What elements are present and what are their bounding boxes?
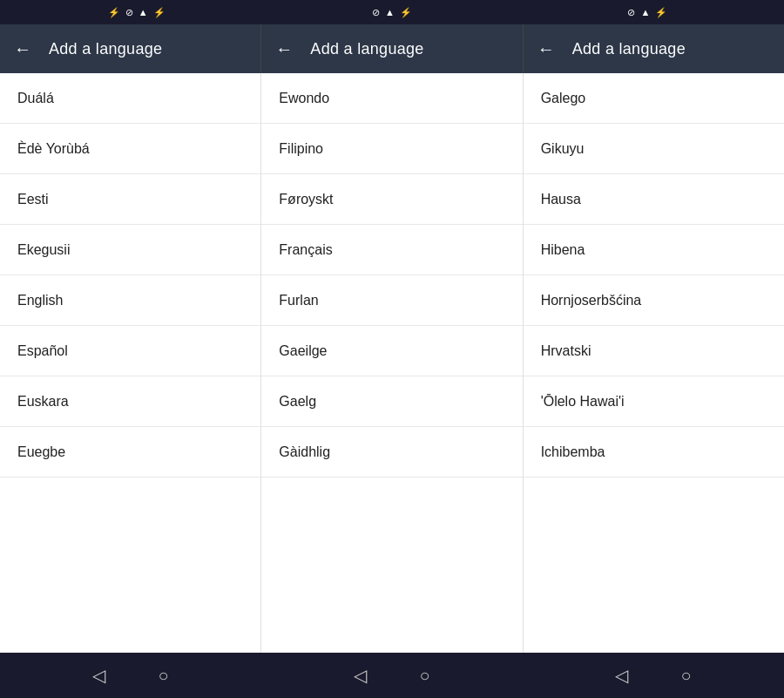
main-content: DuáláÈdè YorùbáEestiEkegusiiEnglishEspañ… [0, 73, 784, 653]
nav-section-3: ◁ ○ [523, 665, 784, 686]
list-item[interactable]: Eesti [0, 174, 260, 225]
app-bar: ← Add a language ← Add a language ← Add … [0, 24, 784, 73]
sim-icon-2: ⊘ [372, 7, 380, 18]
list-item[interactable]: Hornjoserbšćina [524, 275, 784, 326]
list-item-text: Èdè Yorùbá [17, 141, 90, 157]
charge-icon-2: ⚡ [400, 7, 412, 18]
sim-icon-1: ⊘ [125, 7, 133, 18]
list-item-text: Euegbe [17, 444, 65, 460]
list-item[interactable]: Español [0, 326, 260, 376]
status-section-2: ⊘ ▲ ⚡ [264, 7, 519, 18]
nav-section-1: ◁ ○ [0, 665, 261, 686]
nav-bar: ◁ ○ ◁ ○ ◁ ○ [0, 653, 784, 698]
list-item[interactable]: Gikuyu [524, 124, 784, 174]
list-item[interactable]: Èdè Yorùbá [0, 124, 260, 174]
list-item[interactable]: Duálá [0, 73, 260, 124]
list-item[interactable]: Gàidhlig [261, 427, 522, 478]
column-3: GalegoGikuyuHausaHibenaHornjoserbšćinaHr… [524, 73, 784, 653]
list-item-text: Ewondo [279, 91, 329, 106]
wifi-icon-2: ▲ [385, 7, 395, 17]
list-item[interactable]: Ewondo [261, 73, 522, 124]
wifi-icon-1: ▲ [139, 7, 148, 17]
list-item[interactable]: Filipino [261, 124, 522, 174]
list-item[interactable]: Gaeilge [261, 326, 522, 376]
charge-icon-1: ⚡ [153, 7, 166, 18]
back-nav-icon-1[interactable]: ◁ [92, 665, 105, 686]
list-item-text: Filipino [279, 141, 323, 157]
back-button-2[interactable]: ← [275, 39, 293, 59]
list-item-text: Eesti [17, 192, 49, 207]
home-nav-icon-3[interactable]: ○ [680, 666, 691, 686]
nav-section-2: ◁ ○ [261, 665, 523, 686]
list-item-text: Galego [541, 91, 586, 106]
list-item-text: Duálá [17, 91, 54, 106]
list-item[interactable]: Furlan [261, 275, 522, 326]
list-item-text: Gàidhlig [279, 444, 330, 460]
list-item[interactable]: Hibena [524, 225, 784, 275]
list-item[interactable]: Euegbe [0, 427, 260, 478]
list-item-text: English [17, 293, 63, 308]
status-section-1: ⚡ ⊘ ▲ ⚡ [9, 7, 264, 18]
back-nav-icon-3[interactable]: ◁ [615, 665, 628, 686]
column-2: EwondoFilipinoFøroysktFrançaisFurlanGaei… [261, 73, 523, 653]
list-item-text: Gaelg [279, 394, 316, 410]
list-item-text: Hibena [541, 242, 585, 258]
status-section-3: ⊘ ▲ ⚡ [520, 7, 775, 18]
list-item-text: Ichibemba [541, 444, 605, 460]
list-item[interactable]: Ichibemba [524, 427, 784, 478]
sim-icon-3: ⊘ [627, 7, 635, 18]
list-item[interactable]: Galego [524, 73, 784, 124]
app-bar-title-2: Add a language [310, 40, 423, 58]
list-item[interactable]: Føroyskt [261, 174, 522, 225]
list-item-text: Hausa [541, 192, 581, 207]
list-item-text: 'Ōlelo Hawai'i [541, 394, 625, 410]
list-item[interactable]: Hrvatski [524, 326, 784, 376]
list-item[interactable]: Ekegusii [0, 225, 260, 275]
list-item[interactable]: Euskara [0, 376, 260, 427]
status-bar: ⚡ ⊘ ▲ ⚡ ⊘ ▲ ⚡ ⊘ ▲ ⚡ [0, 0, 784, 24]
wifi-icon-3: ▲ [640, 7, 650, 17]
charge-icon-3: ⚡ [655, 7, 667, 18]
app-bar-title-3: Add a language [572, 40, 686, 58]
column-1: DuáláÈdè YorùbáEestiEkegusiiEnglishEspañ… [0, 73, 261, 653]
list-item-text: Furlan [279, 293, 318, 308]
home-nav-icon-1[interactable]: ○ [158, 666, 168, 686]
list-item-text: Gaeilge [279, 343, 327, 359]
usb-icon-1: ⚡ [108, 7, 120, 18]
list-item[interactable]: 'Ōlelo Hawai'i [524, 376, 784, 427]
list-item-text: Hrvatski [541, 343, 591, 359]
back-nav-icon-2[interactable]: ◁ [354, 665, 367, 686]
list-item-text: Hornjoserbšćina [541, 293, 642, 308]
back-button-1[interactable]: ← [14, 39, 31, 59]
list-item[interactable]: English [0, 275, 260, 326]
back-button-3[interactable]: ← [537, 39, 555, 59]
home-nav-icon-2[interactable]: ○ [419, 666, 429, 686]
app-bar-panel-1: ← Add a language [0, 24, 261, 73]
list-item-text: Español [17, 343, 68, 359]
app-bar-panel-3: ← Add a language [524, 24, 784, 73]
list-item-text: Føroyskt [279, 192, 333, 207]
list-item[interactable]: Hausa [524, 174, 784, 225]
list-item-text: Euskara [17, 394, 69, 410]
app-bar-title-1: Add a language [49, 40, 162, 58]
app-bar-panel-2: ← Add a language [261, 24, 523, 73]
list-item-text: Gikuyu [541, 141, 585, 157]
list-item[interactable]: Français [261, 225, 522, 275]
list-item-text: Français [279, 242, 332, 258]
list-item-text: Ekegusii [17, 242, 70, 258]
list-item[interactable]: Gaelg [261, 376, 522, 427]
